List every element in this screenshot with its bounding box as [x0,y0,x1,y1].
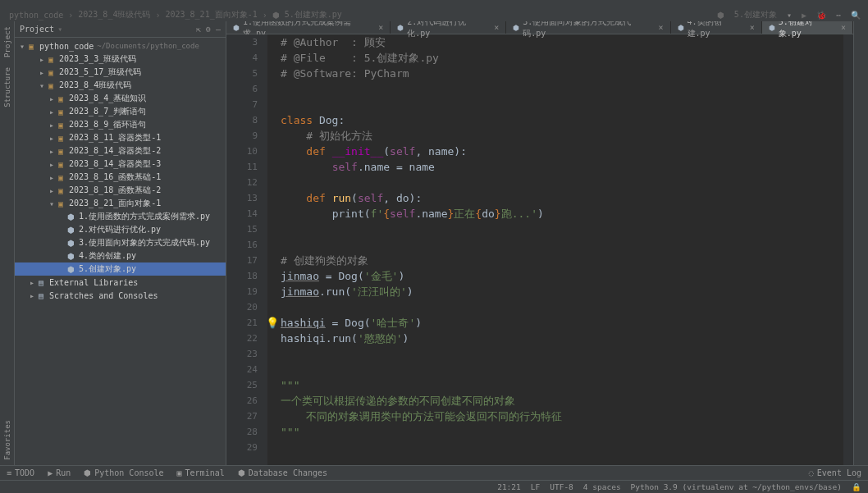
interpreter[interactable]: Python 3.9 (virtualenv at ~/python_envs/… [631,482,842,491]
indent[interactable]: 4 spaces [583,482,621,491]
code-line[interactable] [281,346,843,362]
lock-icon[interactable]: 🔒 [852,482,861,491]
event-log[interactable]: ◌Event Log [802,468,868,477]
tree-row[interactable]: ▸▤Scratches and Consoles [15,289,226,302]
tree-row[interactable]: ▸▣2023_8_18_函数基础-2 [15,184,226,197]
code-line[interactable]: jinmao = Dog('金毛') [281,268,843,284]
close-icon[interactable]: × [841,23,846,32]
code-area[interactable]: # @Author : 顾安# @File : 5.创建对象.py# @Soft… [267,34,843,465]
code-line[interactable]: print(f'{self.name}正在{do}跑...') [281,206,843,221]
tree-row[interactable]: ⬢4.类的创建.py [15,249,226,262]
python-console-tool[interactable]: ⬢Python Console [77,468,170,477]
chevron-icon[interactable]: ▸ [48,186,56,195]
editor-tab[interactable]: ⬢3.使用面向对象的方式完成代码.py× [506,21,670,34]
tree-row[interactable]: ▸▣2023_8_14_容器类型-2 [15,144,226,157]
close-icon[interactable]: × [494,23,499,32]
line-number[interactable]: 23 [226,346,258,362]
line-number[interactable]: 18 [226,268,258,284]
breadcrumb-root[interactable]: python_code [9,11,63,20]
line-number[interactable]: 27 [226,409,258,424]
chevron-icon[interactable]: ▸ [48,147,56,156]
editor-tab[interactable]: ⬢5.创建对象.py× [762,21,853,34]
breadcrumb-seg[interactable]: 2023_8_21_面向对象-1 [165,9,257,21]
code-line[interactable] [281,81,843,97]
tree-row[interactable]: ⬢1.使用函数的方式完成案例需求.py [15,210,226,223]
code-line[interactable]: # 创建狗类的对象 [281,253,843,268]
code-line[interactable]: hashiqi.run('憨憨的') [281,331,843,346]
editor-tabs[interactable]: ⬢1.使用函数的方式完成案例需求.py×⬢2.对代码进行优化.py×⬢3.使用面… [226,21,853,34]
line-number[interactable]: 19 [226,284,258,299]
code-line[interactable]: def __init__(self, name): [281,144,843,159]
line-number[interactable]: 9 [226,128,258,144]
tree-row[interactable]: ▸▣2023_8_4_基础知识 [15,92,226,105]
tree-row[interactable]: ⬢5.创建对象.py [15,262,226,276]
line-number[interactable]: 15 [226,221,258,237]
run-config-select[interactable]: 5.创建对象 [734,9,777,21]
code-line[interactable] [281,237,843,253]
tree-row[interactable]: ▸▣2023_8_9_循环语句 [15,118,226,131]
tree-row[interactable]: ⬢2.对代码进行优化.py [15,223,226,236]
intention-bulb-icon[interactable]: 💡 [266,315,279,331]
code-line[interactable]: # 初始化方法 [281,128,843,144]
tree-row[interactable]: ▸▣2023_8_14_容器类型-3 [15,157,226,171]
terminal-tool[interactable]: ▣Terminal [171,468,231,477]
line-number[interactable]: 3 [226,34,258,50]
code-line[interactable]: jinmao.run('汪汪叫的') [281,284,843,299]
line-number[interactable]: 11 [226,159,258,175]
close-icon[interactable]: × [659,23,664,32]
sidebar-collapse-icon[interactable]: ⇱ [196,25,201,34]
chevron-icon[interactable]: ▸ [48,121,56,130]
code-line[interactable] [281,221,843,237]
line-number[interactable]: 22 [226,331,258,346]
chevron-icon[interactable]: ▸ [48,94,56,103]
more-icon[interactable]: ⋯ [836,11,841,20]
code-line[interactable]: 不同的对象调用类中的方法可能会返回不同的行为特征 [281,409,843,424]
code-line[interactable]: """ [281,377,843,393]
code-line[interactable] [281,440,843,455]
line-number[interactable]: 26 [226,393,258,409]
run-icon[interactable]: ▶ [802,11,806,20]
line-sep[interactable]: LF [531,482,540,491]
line-number[interactable]: 16 [226,237,258,253]
scroll-rail[interactable] [843,34,853,465]
code-line[interactable] [281,175,843,190]
line-number[interactable]: 17 [226,253,258,268]
line-number[interactable]: 6 [226,81,258,97]
debug-icon[interactable]: 🐞 [816,11,826,20]
db-changes-tool[interactable]: ⬢Database Changes [231,468,334,477]
run-tool[interactable]: ▶Run [41,468,77,477]
close-icon[interactable]: × [378,23,383,32]
tree-row[interactable]: ▸▣2023_8_11_容器类型-1 [15,131,226,144]
tree-root[interactable]: python_code [39,42,94,51]
code-line[interactable]: class Dog: [281,112,843,128]
line-number[interactable]: 8 [226,112,258,128]
code-line[interactable]: # @Software: PyCharm [281,66,843,81]
code-line[interactable]: self.name = name [281,159,843,175]
chevron-icon[interactable]: ▸ [38,68,46,77]
breadcrumb-seg[interactable]: 2023_8_4班级代码 [78,9,150,21]
code-line[interactable]: """ [281,424,843,440]
line-number[interactable]: 24 [226,362,258,377]
editor[interactable]: 3456789101112131415161718192021222324252… [226,34,853,465]
line-number[interactable]: 21 [226,315,258,331]
tree-row[interactable]: ▸▣2023_5_17_班级代码 [15,66,226,79]
code-line[interactable]: def run(self, do): [281,190,843,206]
tree-row[interactable]: ▸▤External Libraries [15,276,226,289]
tree-row[interactable]: ▾▣2023_8_4班级代码 [15,79,226,92]
encoding[interactable]: UTF-8 [550,482,573,491]
tree-row[interactable]: ⬢3.使用面向对象的方式完成代码.py [15,236,226,249]
code-line[interactable] [281,299,843,315]
line-number[interactable]: 7 [226,97,258,112]
line-number[interactable]: 29 [226,440,258,455]
chevron-icon[interactable]: ▸ [28,278,36,287]
chevron-icon[interactable]: ▸ [48,160,56,169]
search-icon[interactable]: 🔍 [851,11,861,20]
tree-row[interactable]: ▸▣2023_3_3_班级代码 [15,52,226,66]
tree-row[interactable]: ▾▣2023_8_21_面向对象-1 [15,197,226,210]
chevron-icon[interactable]: ▸ [38,55,46,64]
sidebar-hide-icon[interactable]: — [216,25,221,34]
chevron-icon[interactable]: ▾ [48,199,56,208]
line-number[interactable]: 10 [226,144,258,159]
code-line[interactable]: 一个类可以根据传递的参数的不同创建不同的对象 [281,393,843,409]
editor-tab[interactable]: ⬢2.对代码进行优化.py× [391,21,506,34]
